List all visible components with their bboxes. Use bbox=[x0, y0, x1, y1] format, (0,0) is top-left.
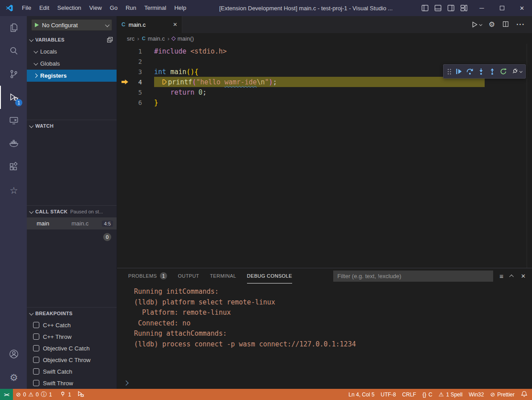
menu-go[interactable]: Go bbox=[106, 0, 121, 16]
breakpoint-checkbox[interactable] bbox=[33, 345, 39, 351]
settings-gear-icon[interactable]: ⚙ bbox=[489, 21, 495, 28]
menu-run[interactable]: Run bbox=[121, 0, 140, 16]
panel-tab-problems[interactable]: PROBLEMS1 bbox=[128, 268, 167, 283]
menu-help[interactable]: Help bbox=[170, 0, 190, 16]
activitybar-favorites[interactable]: ☆ bbox=[0, 179, 27, 202]
close-tab-icon[interactable]: ✕ bbox=[173, 21, 177, 28]
panel-tab-label: OUTPUT bbox=[178, 273, 199, 279]
breadcrumb-item[interactable]: Cmain.c bbox=[142, 35, 165, 42]
breadcrumb-item[interactable]: main() bbox=[172, 35, 194, 42]
split-editor-icon[interactable] bbox=[502, 21, 509, 29]
variables-group-registers[interactable]: Registers bbox=[27, 70, 117, 82]
code-editor[interactable]: 1#include <stdio.h>23int main(){4 printf… bbox=[117, 44, 532, 268]
menu-file[interactable]: File bbox=[18, 0, 35, 16]
status-language[interactable]: {}C bbox=[419, 389, 436, 400]
code-line[interactable]: 5 return 0; bbox=[117, 87, 532, 97]
code-line[interactable]: 1#include <stdio.h> bbox=[117, 46, 532, 56]
status-spell[interactable]: ⚠1 Spell bbox=[436, 389, 465, 400]
step-over-button[interactable] bbox=[466, 68, 473, 75]
breakpoint-checkbox[interactable] bbox=[33, 368, 39, 375]
remote-indicator[interactable]: >< bbox=[0, 389, 13, 400]
menu-view[interactable]: View bbox=[85, 0, 106, 16]
activitybar-remote-explorer[interactable] bbox=[0, 109, 27, 132]
collapse-all-icon[interactable] bbox=[107, 37, 113, 43]
status-platform[interactable]: Win32 bbox=[465, 389, 487, 400]
watch-header[interactable]: WATCH bbox=[27, 120, 117, 132]
customize-layout-icon[interactable] bbox=[461, 5, 467, 11]
disconnect-button[interactable] bbox=[511, 68, 522, 75]
maximize-button[interactable] bbox=[492, 0, 512, 16]
panel-tab-debug-console[interactable]: DEBUG CONSOLE bbox=[247, 268, 292, 283]
debug-status[interactable] bbox=[74, 389, 87, 400]
variables-group-locals[interactable]: Locals bbox=[27, 46, 117, 58]
breakpoints-header[interactable]: BREAKPOINTS bbox=[27, 308, 117, 319]
variables-group-globals[interactable]: Globals bbox=[27, 58, 117, 70]
launch-config-dropdown[interactable]: No Configurat bbox=[31, 19, 112, 31]
more-actions-icon[interactable]: ··· bbox=[516, 21, 525, 28]
plug-icon bbox=[60, 391, 66, 398]
status-prettier[interactable]: ⊘Prettier bbox=[487, 389, 518, 400]
status-encoding[interactable]: UTF-8 bbox=[377, 389, 399, 400]
activitybar-source-control[interactable] bbox=[0, 62, 27, 86]
close-panel-icon[interactable]: ✕ bbox=[521, 273, 526, 279]
activitybar-run-debug[interactable]: 1 bbox=[0, 86, 27, 109]
step-out-button[interactable] bbox=[489, 68, 496, 75]
activitybar-docker[interactable] bbox=[0, 132, 27, 155]
panel-tab-output[interactable]: OUTPUT bbox=[178, 268, 199, 283]
accounts-button[interactable] bbox=[0, 342, 27, 366]
breakpoint-row[interactable]: Objective C Throw bbox=[27, 354, 117, 366]
breakpoint-row[interactable]: Objective C Catch bbox=[27, 342, 117, 354]
breakpoint-row[interactable]: Swift Catch bbox=[27, 366, 117, 377]
stack-frame-row[interactable]: main main.c 4:5 bbox=[27, 217, 117, 229]
statusbar-right: Ln 4, Col 5UTF-8CRLF{}C⚠1 SpellWin32⊘Pre… bbox=[345, 389, 518, 400]
breakpoint-checkbox[interactable] bbox=[33, 322, 39, 328]
breakpoint-checkbox[interactable] bbox=[33, 357, 39, 363]
current-statement-icon bbox=[162, 79, 167, 85]
variables-header[interactable]: VARIABLES bbox=[27, 34, 117, 46]
settings-button[interactable]: ⚙ bbox=[0, 366, 27, 389]
close-window-button[interactable]: ✕ bbox=[512, 0, 532, 16]
minimize-button[interactable]: ─ bbox=[472, 0, 492, 16]
breadcrumb[interactable]: src›Cmain.c›main() bbox=[117, 33, 532, 44]
toggle-panel-icon[interactable] bbox=[435, 5, 441, 11]
code-line[interactable]: 6} bbox=[117, 97, 532, 108]
maximize-icon bbox=[500, 6, 504, 10]
breakpoint-gutter[interactable] bbox=[121, 79, 130, 84]
debug-console-input[interactable] bbox=[117, 377, 532, 389]
code-token: main bbox=[170, 68, 186, 76]
start-debug-icon[interactable] bbox=[35, 23, 39, 27]
status-cursor[interactable]: Ln 4, Col 5 bbox=[345, 389, 377, 400]
menu-edit[interactable]: Edit bbox=[35, 0, 53, 16]
step-into-button[interactable] bbox=[478, 68, 485, 75]
breadcrumb-item[interactable]: src bbox=[127, 35, 134, 42]
breakpoint-row[interactable]: C++ Throw bbox=[27, 331, 117, 342]
tab-main-c[interactable]: C main.c ✕ bbox=[117, 16, 182, 33]
filter-lines-icon[interactable]: ≡ bbox=[499, 273, 503, 279]
ports-status[interactable]: 1 bbox=[57, 389, 74, 400]
menu-selection[interactable]: Selection bbox=[53, 0, 85, 16]
panel-tab-terminal[interactable]: TERMINAL bbox=[210, 268, 236, 283]
toggle-secondary-sidebar-icon[interactable] bbox=[448, 5, 454, 11]
breakpoint-checkbox[interactable] bbox=[33, 333, 39, 340]
continue-button[interactable] bbox=[455, 68, 462, 75]
activitybar-explorer[interactable] bbox=[0, 16, 27, 39]
maximize-panel-icon[interactable] bbox=[509, 274, 514, 279]
call-stack-header[interactable]: CALL STACK Paused on st... bbox=[27, 206, 117, 217]
console-filter-input[interactable] bbox=[333, 271, 493, 282]
activitybar-extensions[interactable] bbox=[0, 155, 27, 179]
debug-console-output[interactable]: Running initCommands:(lldb) platform sel… bbox=[117, 283, 532, 377]
run-file-button[interactable] bbox=[471, 21, 482, 28]
breakpoint-checkbox[interactable] bbox=[33, 380, 39, 386]
toggle-sidebar-icon[interactable] bbox=[422, 5, 428, 11]
breakpoint-row[interactable]: C++ Catch bbox=[27, 319, 117, 331]
toolbar-drag-handle[interactable] bbox=[447, 68, 451, 75]
status-eol[interactable]: CRLF bbox=[399, 389, 419, 400]
restart-button[interactable] bbox=[500, 68, 507, 75]
menu-terminal[interactable]: Terminal bbox=[140, 0, 170, 16]
scrollbar[interactable] bbox=[527, 44, 532, 268]
account-icon bbox=[8, 349, 19, 359]
notifications-bell[interactable] bbox=[518, 389, 532, 400]
problems-status[interactable]: ⊘ 0 ⚠ 0 ⓘ 1 bbox=[13, 389, 55, 400]
breakpoint-row[interactable]: Swift Throw bbox=[27, 377, 117, 389]
activitybar-search[interactable] bbox=[0, 39, 27, 62]
